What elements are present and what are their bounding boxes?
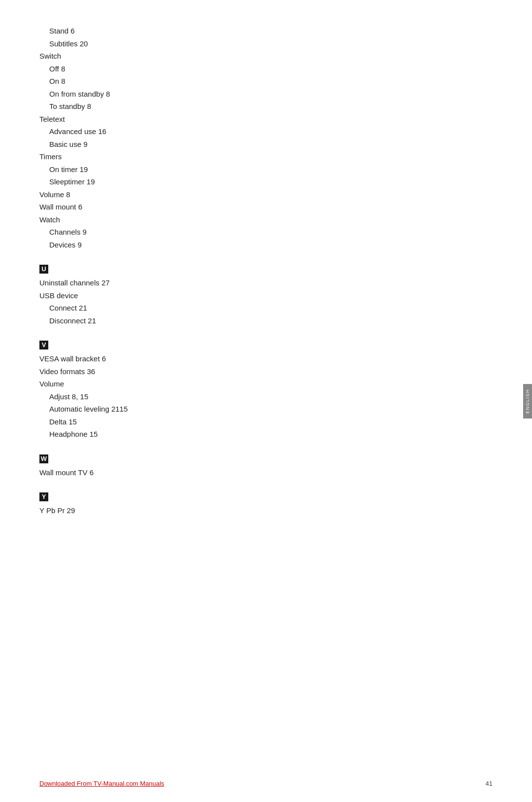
- index-entry: Sleeptimer 19: [49, 175, 453, 188]
- index-entry: Timers: [39, 150, 453, 163]
- footer: Downloaded From TV-Manual.com Manuals 41: [0, 780, 532, 787]
- index-entry: Teletext: [39, 113, 453, 126]
- index-entry: Basic use 9: [49, 138, 453, 151]
- index-entry: On from standby 8: [49, 88, 453, 101]
- page-content: Stand 6Subtitles 20SwitchOff 8On 8On fro…: [0, 0, 493, 558]
- index-entry: Y Pb Pr 29: [39, 504, 453, 517]
- section-letter-y: Y: [39, 492, 48, 501]
- index-section: Stand 6Subtitles 20SwitchOff 8On 8On fro…: [39, 25, 453, 251]
- sidebar-tab: ENGLISH: [523, 384, 532, 418]
- index-entry: Subtitles 20: [49, 37, 453, 50]
- index-entry: Switch: [39, 50, 453, 63]
- index-entry: Video formats 36: [39, 365, 453, 378]
- index-entry: To standby 8: [49, 100, 453, 113]
- index-section: WWall mount TV 6: [39, 446, 453, 479]
- index-entry: Adjust 8, 15: [49, 390, 453, 403]
- index-entry: Uninstall channels 27: [39, 277, 453, 289]
- section-letter-w: W: [39, 454, 48, 463]
- index-entry: Wall mount 6: [39, 201, 453, 213]
- index-entry: Volume: [39, 378, 453, 390]
- index-entry: Volume 8: [39, 188, 453, 201]
- section-letter-u: U: [39, 265, 48, 274]
- index-section: VVESA wall bracket 6Video formats 36Volu…: [39, 332, 453, 441]
- index-entry: Connect 21: [49, 302, 453, 314]
- section-letter-v: V: [39, 341, 48, 349]
- index-entry: Automatic leveling 2115: [49, 403, 453, 416]
- index-entry: Delta 15: [49, 416, 453, 428]
- index-entry: On 8: [49, 75, 453, 88]
- index-entry: Devices 9: [49, 239, 453, 251]
- page-number: 41: [486, 780, 493, 787]
- footer-link[interactable]: Downloaded From TV-Manual.com Manuals: [39, 780, 164, 787]
- index-entry: USB device: [39, 289, 453, 302]
- index-section: YY Pb Pr 29: [39, 484, 453, 517]
- index-entry: Disconnect 21: [49, 314, 453, 327]
- index-entry: Watch: [39, 213, 453, 226]
- index-entry: VESA wall bracket 6: [39, 352, 453, 365]
- index-entry: On timer 19: [49, 163, 453, 176]
- index-section: UUninstall channels 27USB deviceConnect …: [39, 256, 453, 327]
- index-entry: Advanced use 16: [49, 125, 453, 138]
- index-entry: Off 8: [49, 63, 453, 75]
- index-entry: Headphone 15: [49, 428, 453, 441]
- index-entry: Wall mount TV 6: [39, 466, 453, 479]
- index-entry: Stand 6: [49, 25, 453, 37]
- index-entry: Channels 9: [49, 226, 453, 239]
